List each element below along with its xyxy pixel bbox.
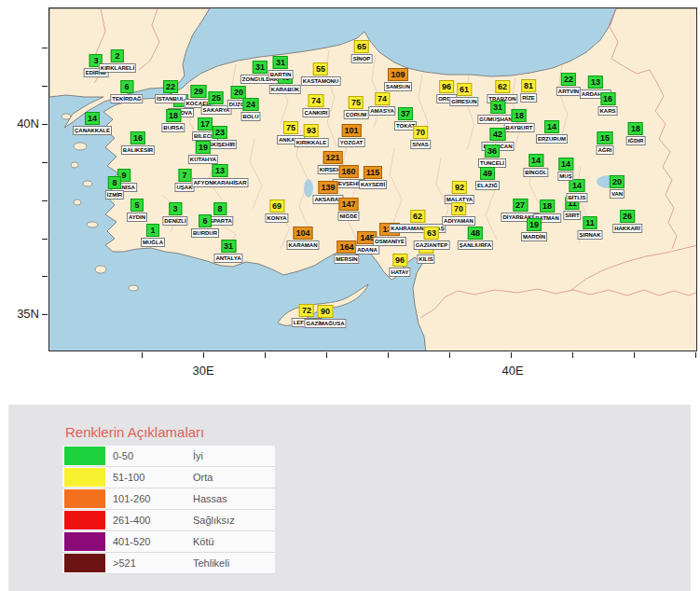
city-marker-artvi̇n[interactable]: 22 ARTVİN: [556, 70, 581, 96]
city-aqi-value: 23: [213, 126, 227, 139]
city-name-label: NİĞDE: [337, 212, 359, 221]
city-marker-teki̇rdağ[interactable]: 6 TEKİRDAĞ: [110, 77, 143, 103]
city-aqi-value: 36: [485, 144, 500, 158]
city-marker-kütahya[interactable]: 19 KÜTAHYA: [188, 138, 218, 164]
city-aqi-value: 160: [338, 165, 358, 178]
city-aqi-value: 49: [480, 167, 495, 180]
city-marker-i̇stanbul[interactable]: 22 İSTANBUL: [155, 77, 186, 103]
legend-color-swatch: [64, 532, 105, 551]
city-marker-hatay[interactable]: 96 HATAY: [389, 251, 410, 277]
city-name-label: ADANA: [355, 245, 379, 254]
city-name-label: SİVAS: [410, 140, 431, 149]
city-aqi-value: 14: [544, 120, 559, 133]
city-aqi-value: 147: [338, 198, 358, 211]
city-marker-elaziğ[interactable]: 49 ELAZIĞ: [475, 164, 500, 190]
city-aqi-value: 31: [273, 56, 288, 69]
city-marker-şanliurfa[interactable]: 48 ŞANLIURFA: [458, 224, 493, 250]
legend-description: Kötü: [193, 536, 214, 547]
city-name-label: KIRKLARELİ: [99, 63, 136, 73]
legend-color-swatch: [64, 489, 105, 508]
city-marker-kastamonu[interactable]: 55 KASTAMONU: [301, 60, 341, 86]
legend-row: 401-520 Kötü: [62, 531, 275, 553]
city-name-label: BARTIN: [268, 70, 294, 79]
city-aqi-value: 62: [410, 210, 425, 223]
city-marker-samsun[interactable]: 109 SAMSUN: [384, 65, 412, 91]
city-aqi-value: 25: [209, 91, 224, 104]
city-marker-çorum[interactable]: 75 ÇORUM: [344, 93, 369, 119]
legend-description: Sağlıksız: [193, 515, 235, 526]
city-marker-van[interactable]: 20 VAN: [610, 172, 625, 199]
city-marker-karaman[interactable]: 104 KARAMAN: [287, 224, 320, 250]
city-marker-çanakkale[interactable]: 14 ÇANAKKALE: [73, 109, 112, 135]
city-aqi-value: 16: [130, 131, 145, 144]
city-name-label: KASTAMONU: [301, 76, 341, 86]
city-aqi-value: 93: [304, 124, 319, 137]
city-aqi-value: 81: [521, 79, 536, 92]
lat-tick: [42, 276, 48, 277]
city-marker-şirnak[interactable]: 11 ŞIRNAK: [577, 213, 602, 240]
city-aqi-value: 27: [513, 199, 528, 212]
city-marker-muş[interactable]: 14 MUŞ: [557, 155, 573, 181]
city-marker-i̇zmi̇r[interactable]: 8 İZMİR: [105, 173, 124, 199]
city-name-label: BURSA: [161, 123, 185, 132]
city-marker-hakkari̇[interactable]: 26 HAKKARİ: [612, 207, 642, 233]
city-marker-iğdir[interactable]: 18 IĞDIR: [626, 119, 646, 145]
city-name-label: ARTVİN: [556, 87, 581, 96]
city-marker-gazi̇antep[interactable]: 63 GAZİANTEP: [414, 224, 450, 250]
city-marker-si̇vas[interactable]: 70 SİVAS: [410, 123, 431, 149]
city-aqi-value: 15: [597, 131, 612, 144]
city-marker-burdur[interactable]: 6 BURDUR: [191, 212, 219, 238]
city-marker-bartin[interactable]: 31 BARTIN: [268, 53, 294, 79]
city-marker-mardi̇n[interactable]: 19 MARDİN: [521, 215, 547, 241]
city-marker-deni̇zli̇[interactable]: 3 DENİZLİ: [162, 199, 187, 226]
city-marker-bi̇ngöl[interactable]: 14 BİNGÖL: [523, 151, 548, 177]
city-name-label: KIRIKKALE: [295, 138, 329, 147]
city-name-label: KARABÜK: [269, 85, 301, 94]
city-marker-gi̇resun[interactable]: 61 GİRESUN: [449, 80, 478, 106]
city-aqi-value: 37: [398, 107, 413, 120]
city-aqi-value: 96: [392, 254, 407, 267]
city-marker-muğla[interactable]: 1 MUĞLA: [141, 221, 165, 247]
lon-tick: [203, 352, 204, 358]
city-marker-ri̇ze[interactable]: 81 RİZE: [520, 76, 537, 103]
city-marker-konya[interactable]: 69 KONYA: [265, 197, 288, 223]
legend-row: 101-260 Hassas: [62, 488, 275, 510]
city-name-label: ÇANKIRI: [303, 108, 330, 117]
city-marker-erzurum[interactable]: 14 ERZURUM: [536, 117, 568, 144]
city-aqi-value: 16: [600, 92, 615, 105]
lon-tick: [142, 352, 143, 358]
legend-color-swatch: [64, 447, 105, 465]
city-marker-ağri[interactable]: 15 AĞRI: [597, 129, 614, 155]
lon-label-30E: 30E: [185, 364, 222, 378]
city-marker-çankiri[interactable]: 74 ÇANKIRI: [303, 91, 330, 117]
city-marker-kirikkale[interactable]: 93 KIRIKKALE: [295, 121, 329, 147]
city-aqi-value: 139: [318, 181, 337, 194]
city-name-label: BOLU: [241, 112, 261, 121]
city-name-label: MERSİN: [334, 254, 359, 264]
city-aqi-value: 90: [318, 305, 333, 318]
city-marker-kars[interactable]: 16 KARS: [597, 89, 617, 116]
city-marker-amasya[interactable]: 74 AMASYA: [368, 89, 395, 116]
city-marker-balikesi̇r[interactable]: 16 BALIKESİR: [121, 129, 155, 155]
city-marker-si̇nop[interactable]: 65 SİNOP: [351, 37, 373, 63]
city-aqi-value: 18: [540, 199, 555, 213]
city-name-label: YOZGAT: [338, 138, 365, 147]
city-name-label: ÇORUM: [344, 110, 369, 119]
city-marker-aydin[interactable]: 5 AYDIN: [127, 196, 147, 222]
city-marker-afyonkarahi̇sar[interactable]: 13 AFYONKARAHİSAR: [192, 161, 249, 187]
city-name-label: GAZİMAĞUSA: [305, 319, 347, 328]
city-name-label: BİNGÖL: [523, 168, 548, 177]
lat-tick: [42, 239, 48, 240]
city-aqi-value: 8: [108, 176, 121, 189]
city-name-label: AFYONKARAHİSAR: [192, 178, 249, 187]
city-marker-adiyaman[interactable]: 70 ADIYAMAN: [442, 199, 475, 226]
city-marker-kirklareli̇[interactable]: 2 KIRKLARELİ: [99, 47, 136, 73]
city-marker-bolu[interactable]: 24 BOLU: [241, 95, 261, 121]
city-marker-gazi̇mağusa[interactable]: 90 GAZİMAĞUSA: [305, 302, 347, 328]
city-marker-bursa[interactable]: 18 BURSA: [161, 106, 185, 132]
city-marker-kayseri̇[interactable]: 115 KAYSERİ: [359, 163, 387, 189]
lat-tick: [42, 124, 48, 125]
city-marker-ni̇ğde[interactable]: 147 NİĞDE: [337, 195, 359, 221]
city-marker-antalya[interactable]: 31 ANTALYA: [213, 237, 242, 263]
city-marker-yozgat[interactable]: 101 YOZGAT: [338, 121, 365, 147]
